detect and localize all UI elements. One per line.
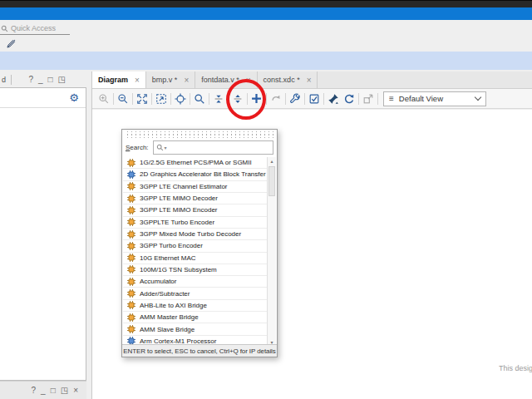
ip-block-icon — [127, 230, 135, 239]
toolbar-separator — [266, 93, 267, 105]
zoom-to-selection-button[interactable] — [154, 91, 168, 106]
close-tab-icon[interactable]: × — [184, 76, 189, 85]
close-tab-icon[interactable]: × — [135, 76, 140, 85]
ip-block-icon — [127, 325, 135, 333]
maximize-button[interactable]: □ — [51, 387, 56, 395]
ip-block-icon — [127, 159, 135, 167]
tab-const-xdc[interactable]: const.xdc *× — [258, 71, 318, 88]
zoom-in-button — [96, 91, 111, 106]
close-tab-icon[interactable]: × — [307, 76, 312, 85]
quick-access-search[interactable] — [0, 22, 70, 35]
view-selector-label: Default View — [399, 94, 443, 103]
toolbar-separator — [323, 93, 324, 105]
list-item[interactable]: AMM Slave Bridge — [123, 323, 276, 335]
ip-name: 3GPP LTE MIMO Decoder — [140, 195, 218, 202]
tab-fontdata-v[interactable]: fontdata.v *× — [195, 71, 257, 88]
customize-block-button[interactable] — [288, 91, 302, 106]
bottom-panel-header: ?_□◳× — [0, 381, 86, 399]
validate-design-button[interactable] — [307, 91, 321, 106]
search-button[interactable] — [192, 91, 206, 106]
regenerate-layout-button[interactable] — [342, 91, 356, 106]
quick-access-input[interactable] — [11, 24, 64, 32]
view-selector-dropdown[interactable]: ≡Default View — [383, 91, 486, 106]
highlight-band — [0, 52, 532, 70]
ip-name: 10G Ethernet MAC — [140, 254, 196, 262]
fit-selection-icon — [175, 93, 186, 105]
close-button[interactable]: × — [73, 387, 78, 395]
chevron-down-icon: ▾ — [165, 145, 167, 150]
toolbar-separator — [209, 93, 209, 105]
interface-ports-icon — [362, 93, 374, 105]
help-button[interactable]: ? — [28, 76, 33, 84]
auto-connect-button — [268, 91, 283, 106]
list-item[interactable]: AHB-Lite to AXI Bridge — [123, 300, 276, 312]
list-item[interactable]: 10G Ethernet MAC — [123, 253, 276, 264]
gear-icon[interactable]: ⚙ — [69, 92, 79, 103]
minimize-button[interactable]: _ — [41, 387, 46, 395]
collapse-hierarchy-icon — [213, 93, 224, 105]
list-item[interactable]: 3GPP LTE MIMO Encoder — [123, 204, 276, 216]
list-item[interactable]: Adder/Subtracter — [123, 288, 276, 299]
scrollbar-thumb[interactable] — [268, 166, 275, 196]
expand-hierarchy-button[interactable] — [230, 91, 244, 106]
tab-bmp-v[interactable]: bmp.v *× — [146, 71, 195, 88]
popup-hint-bar: ENTER to select, ESC to cancel, Ctrl+Q f… — [122, 344, 277, 357]
toolbar-separator — [132, 93, 133, 105]
ip-block-icon — [127, 182, 135, 190]
list-item[interactable]: Accumulator — [123, 276, 276, 288]
ip-block-icon — [127, 218, 135, 226]
list-item[interactable]: 2D Graphics Accelerator Bit Block Transf… — [123, 169, 276, 180]
tab-label: Diagram — [98, 76, 128, 84]
tab-bar: Diagram×bmp.v *×fontdata.v *×const.xdc *… — [92, 71, 532, 89]
ip-name: 3GPP Mixed Mode Turbo Decoder — [140, 230, 241, 238]
zoom-to-selection-icon — [155, 93, 167, 105]
ip-name: AHB-Lite to AXI Bridge — [140, 302, 207, 309]
maximize-button[interactable]: □ — [48, 76, 53, 84]
ip-search-field[interactable]: ▾ — [153, 140, 273, 155]
zoom-in-icon — [98, 93, 110, 105]
ip-block-icon — [127, 265, 135, 273]
pin-button[interactable] — [326, 91, 340, 106]
tab-diagram[interactable]: Diagram× — [92, 71, 146, 88]
ip-block-icon — [127, 301, 135, 309]
popup-drag-handle[interactable] — [125, 131, 274, 138]
ip-name: 3GPP LTE Channel Estimator — [140, 183, 228, 190]
toolbar-separator — [285, 93, 286, 105]
zoom-out-icon — [117, 93, 129, 105]
ip-block-icon — [127, 170, 135, 179]
ip-block-icon — [127, 195, 135, 203]
help-button[interactable]: ? — [32, 387, 37, 395]
popup-search-row: Search: ▾ — [122, 138, 277, 157]
list-item[interactable]: 100M/1G TSN Subsystem — [123, 264, 276, 276]
ip-list-scrollbar[interactable]: ▴ ▾ — [267, 157, 276, 347]
fit-selection-button[interactable] — [173, 91, 187, 106]
ip-name: AMM Slave Bridge — [140, 326, 195, 333]
toolbar-separator — [247, 93, 248, 105]
scroll-up-icon[interactable]: ▴ — [268, 157, 276, 165]
list-item[interactable]: AMM Master Bridge — [123, 312, 276, 323]
zoom-out-button[interactable] — [116, 91, 130, 106]
zoom-fit-button[interactable] — [135, 91, 149, 106]
list-item[interactable]: 3GPPLTE Turbo Encoder — [123, 217, 276, 229]
float-button[interactable]: ◳ — [61, 387, 68, 395]
collapse-hierarchy-button[interactable] — [211, 91, 225, 106]
toolbar-separator — [113, 93, 114, 105]
list-item[interactable]: 3GPP Turbo Encoder — [123, 240, 276, 252]
close-tab-icon[interactable]: × — [246, 76, 251, 85]
expand-hierarchy-icon — [232, 93, 244, 105]
float-button[interactable]: ◳ — [58, 76, 66, 84]
add-ip-button[interactable] — [249, 91, 264, 106]
toolbar-separator — [304, 93, 305, 105]
list-item[interactable]: 3GPP LTE MIMO Decoder — [123, 193, 276, 204]
ip-name: 2D Graphics Accelerator Bit Block Transf… — [140, 170, 266, 178]
empty-design-hint: This desig — [499, 364, 532, 372]
list-item[interactable]: 3GPP Mixed Mode Turbo Decoder — [123, 229, 276, 240]
list-item[interactable]: 1G/2.5G Ethernet PCS/PMA or SGMII — [123, 157, 276, 169]
add-ip-popup: Search: ▾ 1G/2.5G Ethernet PCS/PMA or SG… — [121, 129, 278, 357]
pin-icon — [328, 93, 339, 105]
ip-name: 3GPP Turbo Encoder — [140, 242, 203, 249]
minimize-button[interactable]: _ — [38, 76, 43, 84]
pencil-slash-icon[interactable] — [6, 37, 17, 48]
list-item[interactable]: 3GPP LTE Channel Estimator — [123, 181, 276, 193]
ip-search-input[interactable] — [168, 144, 273, 151]
